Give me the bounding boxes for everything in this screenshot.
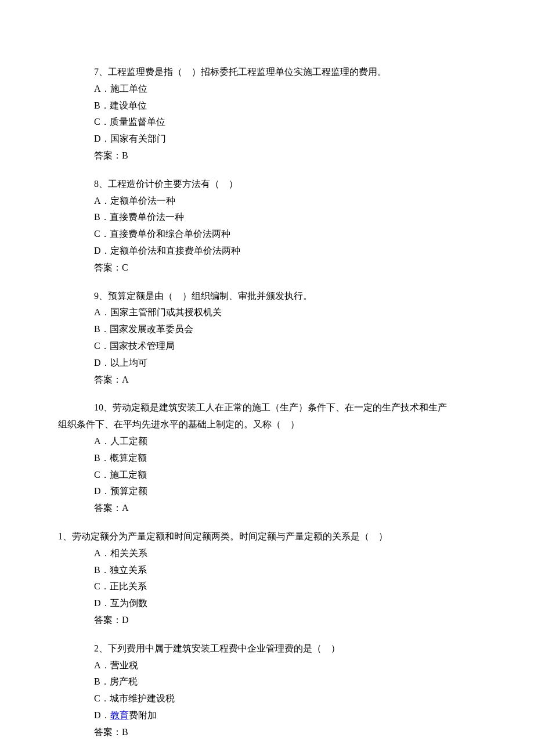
answer: 答案：A [75, 372, 459, 388]
answer: 答案：B [75, 147, 459, 164]
option-b: B．房产税 [75, 674, 459, 690]
option-b: B．国家发展改革委员会 [75, 321, 459, 338]
question-number: 2、 [94, 643, 108, 653]
option-c: C．施工定额 [75, 467, 459, 484]
question-stem: 1、劳动定额分为产量定额和时间定额两类。时间定额与产量定额的关系是（ ） [58, 528, 459, 545]
question-stem-line2: 组织条件下、在平均先进水平的基础上制定的。又称（ ） [58, 416, 459, 433]
question-1: 1、劳动定额分为产量定额和时间定额两类。时间定额与产量定额的关系是（ ） A．相… [75, 528, 459, 629]
answer: 答案：D [75, 612, 459, 629]
option-d: D．互为倒数 [75, 595, 459, 612]
question-7: 7、工程监理费是指（ ）招标委托工程监理单位实施工程监理的费用。 A．施工单位 … [75, 64, 459, 164]
question-number: 10、 [94, 402, 113, 412]
education-link[interactable]: 教育 [110, 710, 129, 720]
question-number: 7、 [94, 67, 108, 77]
option-a: A．营业税 [75, 657, 459, 674]
question-stem: 9、预算定额是由（ ）组织编制、审批并颁发执行。 [75, 288, 459, 305]
option-d: D．以上均可 [75, 355, 459, 372]
question-stem-text: 工程监理费是指（ ）招标委托工程监理单位实施工程监理的费用。 [108, 67, 387, 77]
option-c: C．正比关系 [75, 578, 459, 595]
question-stem-text: 下列费用中属于建筑安装工程费中企业管理费的是（ ） [108, 643, 340, 653]
option-a: A．施工单位 [75, 81, 459, 98]
option-b: B．概算定额 [75, 450, 459, 467]
option-d: D．教育费附加 [75, 707, 459, 724]
question-number: 1、 [58, 531, 72, 541]
option-d: D．定额单价法和直接费单价法两种 [75, 243, 459, 260]
question-stem-line1: 10、劳动定额是建筑安装工人在正常的施工（生产）条件下、在一定的生产技术和生产 [75, 399, 459, 416]
document-page: 7、工程监理费是指（ ）招标委托工程监理单位实施工程监理的费用。 A．施工单位 … [0, 0, 534, 756]
option-a: A．国家主管部门或其授权机关 [75, 304, 459, 321]
option-c: C．城市维护建设税 [75, 690, 459, 707]
option-d: D．预算定额 [75, 483, 459, 500]
question-8: 8、工程造价计价主要方法有（ ） A．定额单价法一种 B．直接费单价法一种 C．… [75, 176, 459, 276]
answer: 答案：A [75, 500, 459, 517]
option-d-prefix: D． [94, 710, 110, 720]
question-stem-text: 劳动定额分为产量定额和时间定额两类。时间定额与产量定额的关系是（ ） [72, 531, 388, 541]
question-2: 2、下列费用中属于建筑安装工程费中企业管理费的是（ ） A．营业税 B．房产税 … [75, 640, 459, 741]
option-a: A．定额单价法一种 [75, 193, 459, 210]
question-stem: 2、下列费用中属于建筑安装工程费中企业管理费的是（ ） [75, 640, 459, 657]
question-stem: 7、工程监理费是指（ ）招标委托工程监理单位实施工程监理的费用。 [75, 64, 459, 81]
option-b: B．独立关系 [75, 562, 459, 579]
question-number: 8、 [94, 179, 108, 189]
answer: 答案：B [75, 724, 459, 741]
question-number: 9、 [94, 291, 108, 301]
option-b: B．直接费单价法一种 [75, 209, 459, 226]
option-a: A．人工定额 [75, 433, 459, 450]
question-9: 9、预算定额是由（ ）组织编制、审批并颁发执行。 A．国家主管部门或其授权机关 … [75, 288, 459, 388]
option-c: C．直接费单价和综合单价法两种 [75, 226, 459, 243]
question-10: 10、劳动定额是建筑安装工人在正常的施工（生产）条件下、在一定的生产技术和生产 … [75, 399, 459, 517]
question-stem-text-1: 劳动定额是建筑安装工人在正常的施工（生产）条件下、在一定的生产技术和生产 [113, 402, 447, 412]
question-stem-text: 预算定额是由（ ）组织编制、审批并颁发执行。 [108, 291, 312, 301]
question-stem-text: 工程造价计价主要方法有（ ） [108, 179, 238, 189]
option-c: C．国家技术管理局 [75, 338, 459, 355]
option-a: A．相关关系 [75, 545, 459, 562]
option-d: D．国家有关部门 [75, 131, 459, 147]
option-c: C．质量监督单位 [75, 114, 459, 131]
option-d-suffix: 费附加 [129, 710, 157, 720]
question-stem: 8、工程造价计价主要方法有（ ） [75, 176, 459, 193]
option-b: B．建设单位 [75, 98, 459, 114]
answer: 答案：C [75, 260, 459, 276]
